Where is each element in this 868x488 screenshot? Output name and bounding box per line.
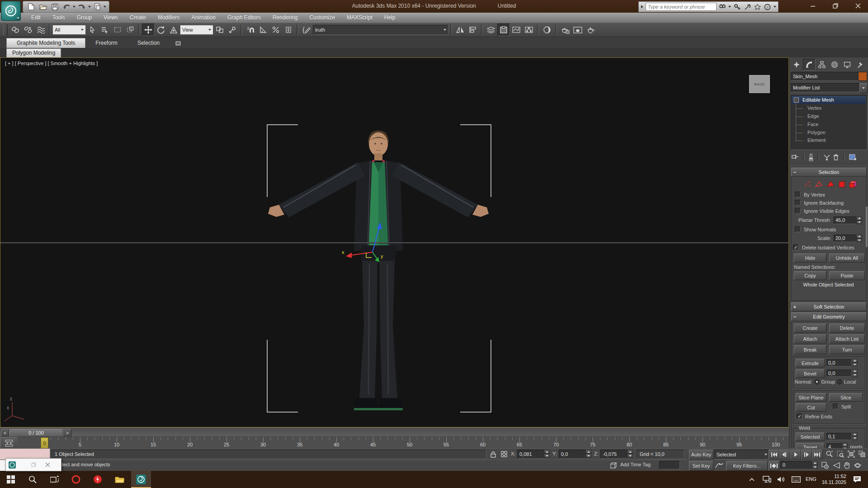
time-tag-field[interactable] bbox=[659, 461, 680, 469]
popup-restore-icon[interactable] bbox=[31, 462, 36, 467]
break-button[interactable]: Break bbox=[794, 345, 826, 354]
schematic-view-icon[interactable] bbox=[523, 23, 535, 36]
close-button[interactable] bbox=[848, 0, 868, 12]
render-setup-icon[interactable] bbox=[559, 23, 571, 36]
slice-plane-button[interactable]: Slice Plane bbox=[796, 393, 826, 402]
reference-coordinate-dropdown[interactable]: View bbox=[180, 25, 213, 35]
window-crossing-icon[interactable] bbox=[124, 23, 137, 36]
menu-edit[interactable]: Edit bbox=[25, 13, 47, 23]
notification-center-icon[interactable] bbox=[848, 471, 866, 488]
search-input[interactable] bbox=[646, 3, 717, 11]
select-and-manipulate-icon[interactable] bbox=[226, 23, 239, 36]
stack-row-element[interactable]: Element bbox=[807, 137, 826, 143]
touch-keyboard-icon[interactable] bbox=[788, 471, 804, 488]
stack-row-face[interactable]: Face bbox=[807, 122, 818, 127]
new-key-curve-icon[interactable] bbox=[714, 461, 724, 470]
planar-thresh-spinner[interactable] bbox=[856, 216, 862, 224]
communication-center-icon[interactable] bbox=[743, 3, 751, 11]
volume-icon[interactable] bbox=[774, 471, 788, 488]
create-button[interactable]: Create bbox=[794, 324, 826, 333]
edit-geometry-rollout-header[interactable]: −Edit Geometry bbox=[791, 312, 867, 321]
yandex-browser-icon[interactable] bbox=[88, 471, 108, 488]
create-tab-icon[interactable] bbox=[790, 59, 803, 70]
menu-create[interactable]: Create bbox=[124, 13, 152, 23]
selection-lock-icon[interactable] bbox=[488, 450, 498, 459]
taskbar-preview-popup[interactable] bbox=[5, 458, 61, 471]
named-selection-sets-dropdown[interactable]: truth bbox=[313, 25, 448, 35]
stack-collapse-icon[interactable]: − bbox=[794, 98, 799, 103]
mirror-icon[interactable] bbox=[454, 23, 467, 36]
project-manage-icon[interactable] bbox=[92, 2, 103, 11]
add-time-tag-label[interactable]: Add Time Tag bbox=[620, 462, 651, 467]
ignore-backfacing-checkbox[interactable] bbox=[795, 200, 801, 206]
menu-animation[interactable]: Animation bbox=[186, 13, 222, 23]
menu-help[interactable]: Help bbox=[378, 13, 401, 23]
3dsmax-taskbar-icon[interactable] bbox=[131, 471, 151, 488]
stack-row-vertex[interactable]: Vertex bbox=[807, 105, 821, 111]
select-and-move-icon[interactable] bbox=[142, 23, 155, 36]
weld-selected-button[interactable]: Selected bbox=[796, 432, 825, 441]
attach-list-button[interactable]: Attach List bbox=[829, 334, 865, 343]
time-slider-next-button[interactable]: > bbox=[63, 429, 71, 437]
curve-editor-icon[interactable] bbox=[510, 23, 523, 36]
select-and-link-icon[interactable] bbox=[9, 23, 22, 36]
field-of-view-icon[interactable] bbox=[832, 461, 842, 470]
auto-key-button[interactable]: Auto Key bbox=[689, 450, 713, 460]
by-vertex-checkbox[interactable] bbox=[795, 192, 801, 197]
turn-button[interactable]: Turn bbox=[829, 345, 865, 354]
polygon-subobject-icon[interactable] bbox=[838, 180, 845, 188]
menu-customize[interactable]: Customize bbox=[303, 13, 341, 23]
display-tab-icon[interactable] bbox=[841, 59, 854, 70]
manage-layers-icon[interactable] bbox=[485, 23, 497, 36]
selection-filter-dropdown[interactable]: All bbox=[52, 25, 86, 35]
graphite-ribbon-toggle-icon[interactable] bbox=[497, 23, 510, 36]
bevel-button[interactable]: Bevel bbox=[796, 369, 825, 378]
new-scene-icon[interactable] bbox=[26, 2, 37, 11]
slice-button[interactable]: Slice bbox=[829, 393, 863, 402]
go-to-start-button[interactable] bbox=[769, 450, 779, 460]
extrude-spinner[interactable] bbox=[852, 359, 858, 366]
normal-group-radio[interactable] bbox=[814, 379, 820, 385]
x-coord-field[interactable]: 0,081 bbox=[517, 450, 547, 459]
undo-icon[interactable] bbox=[61, 2, 72, 11]
select-and-rotate-icon[interactable] bbox=[155, 23, 167, 36]
redo-list-arrow-icon[interactable] bbox=[88, 6, 91, 8]
previous-frame-button[interactable] bbox=[779, 450, 790, 460]
select-and-scale-icon[interactable] bbox=[167, 23, 180, 36]
modify-tab-icon[interactable] bbox=[803, 59, 816, 70]
track-bar-ruler[interactable]: 5101520253035404550556065707580859095100… bbox=[17, 437, 789, 449]
object-color-swatch[interactable] bbox=[858, 72, 867, 81]
popup-close-icon[interactable] bbox=[45, 462, 50, 467]
pan-hand-icon[interactable] bbox=[842, 461, 852, 470]
edge-subobject-icon[interactable] bbox=[815, 180, 823, 188]
play-button[interactable] bbox=[790, 450, 801, 460]
menu-modifiers[interactable]: Modifiers bbox=[152, 13, 186, 23]
modifier-list-arrow-icon[interactable] bbox=[859, 83, 868, 93]
y-coord-field[interactable]: 0,0 bbox=[559, 450, 589, 459]
ribbon-minimize-icon[interactable] bbox=[173, 39, 183, 48]
time-slider-track[interactable] bbox=[0, 428, 789, 437]
edit-named-selection-sets-icon[interactable]: { bbox=[300, 23, 313, 36]
use-pivot-center-icon[interactable] bbox=[213, 23, 226, 36]
network-icon[interactable] bbox=[760, 471, 774, 488]
attach-button[interactable]: Attach bbox=[794, 334, 826, 343]
scale-spinner[interactable] bbox=[856, 235, 862, 242]
frame-spinner[interactable] bbox=[812, 461, 818, 469]
extrude-button[interactable]: Extrude bbox=[796, 359, 825, 367]
select-object-icon[interactable] bbox=[86, 23, 99, 36]
key-mode-toggle-button[interactable] bbox=[769, 461, 779, 471]
current-frame-field[interactable]: 0 bbox=[780, 461, 816, 469]
x-coord-spinner[interactable] bbox=[544, 450, 550, 458]
hidden-icons-chevron-icon[interactable] bbox=[745, 471, 759, 488]
go-to-end-button[interactable] bbox=[812, 450, 823, 460]
unhide-all-button[interactable]: Unhide All bbox=[829, 253, 865, 263]
delete-isolated-vertices-checkbox[interactable]: ✓ bbox=[793, 244, 799, 250]
selection-rollout-header[interactable]: −Selection bbox=[791, 168, 867, 177]
time-configuration-icon[interactable] bbox=[820, 461, 830, 470]
taskbar-search-icon[interactable] bbox=[23, 471, 42, 488]
panel-scrollbar[interactable] bbox=[866, 206, 868, 247]
save-file-icon[interactable] bbox=[49, 2, 60, 11]
stack-row-editable-mesh[interactable]: − Editable Mesh bbox=[792, 96, 866, 104]
search-expand-icon[interactable] bbox=[641, 5, 643, 9]
bevel-value-field[interactable]: 0,0 bbox=[826, 370, 852, 377]
